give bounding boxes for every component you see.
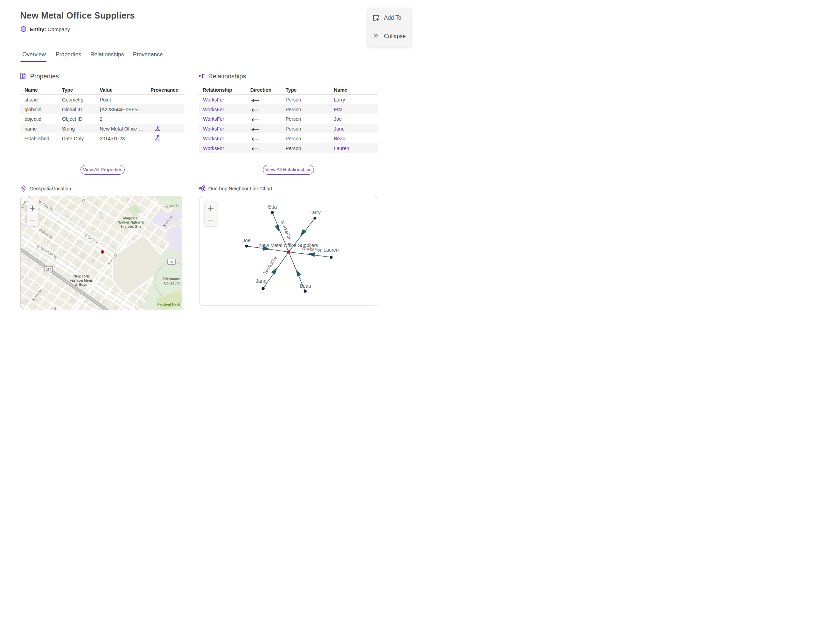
svg-text:Larry: Larry bbox=[309, 210, 321, 215]
svg-text:RichmondColiseum: RichmondColiseum bbox=[164, 277, 181, 285]
svg-text:Joe: Joe bbox=[243, 238, 251, 243]
svg-text:WorksFor: WorksFor bbox=[262, 255, 278, 275]
svg-text:Jane: Jane bbox=[256, 278, 267, 284]
svg-text:33: 33 bbox=[170, 261, 173, 264]
svg-text:Etta: Etta bbox=[268, 204, 277, 210]
svg-text:WorksFor: WorksFor bbox=[301, 245, 322, 253]
svg-text:WorksFor: WorksFor bbox=[280, 219, 292, 240]
svg-text:Festival Park: Festival Park bbox=[158, 302, 180, 307]
svg-text:250: 250 bbox=[46, 268, 51, 271]
svg-text:Beau: Beau bbox=[300, 283, 311, 289]
svg-text:Lauren: Lauren bbox=[323, 247, 339, 253]
